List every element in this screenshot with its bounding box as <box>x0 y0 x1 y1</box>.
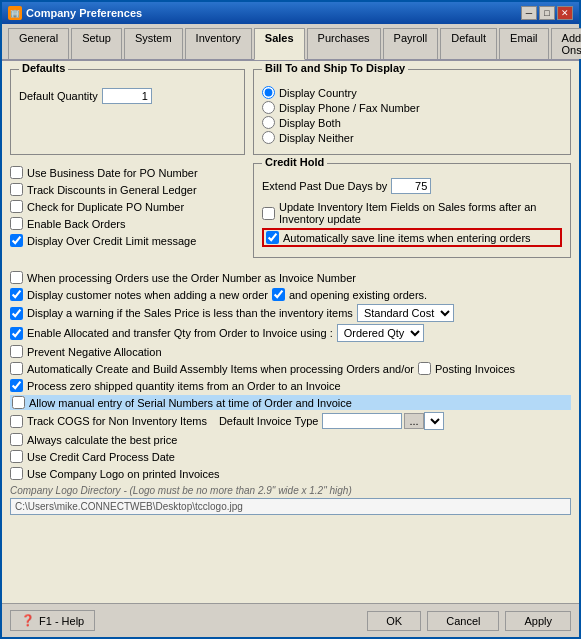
default-invoice-type-label: Default Invoice Type <box>219 415 318 427</box>
tab-inventory[interactable]: Inventory <box>185 28 252 59</box>
cb-credit-card-date-input[interactable] <box>10 450 23 463</box>
app-icon: 🏢 <box>8 6 22 20</box>
maximize-button[interactable]: □ <box>539 6 555 20</box>
cb-update-inventory: Update Inventory Item Fields on Sales fo… <box>262 200 562 226</box>
cb-process-zero-input[interactable] <box>10 379 23 392</box>
tab-general[interactable]: General <box>8 28 69 59</box>
default-invoice-type-input[interactable] <box>322 413 402 429</box>
cb-track-cogs-input[interactable] <box>10 415 23 428</box>
radio-display-both: Display Both <box>262 116 562 129</box>
cb-sales-price: Display a warning if the Sales Price is … <box>10 306 353 321</box>
cb-auto-save-input[interactable] <box>266 231 279 244</box>
tab-setup[interactable]: Setup <box>71 28 122 59</box>
cb-company-logo-input[interactable] <box>10 467 23 480</box>
ok-button[interactable]: OK <box>367 611 421 631</box>
main-content: Defaults Default Quantity Bill To and Sh… <box>2 61 579 603</box>
minimize-button[interactable]: ─ <box>521 6 537 20</box>
cb-business-date: Use Business Date for PO Number <box>10 165 245 180</box>
bill-ship-group: Bill To and Ship To Display Display Coun… <box>253 69 571 155</box>
close-button[interactable]: ✕ <box>557 6 573 20</box>
cb-allocated-row: Enable Allocated and transfer Qty from O… <box>10 324 571 342</box>
help-label: F1 - Help <box>39 615 84 627</box>
top-row: Defaults Default Quantity Bill To and Sh… <box>10 69 571 155</box>
cb-duplicate-po-input[interactable] <box>10 200 23 213</box>
cb-business-date-input[interactable] <box>10 166 23 179</box>
cb-prevent-neg-label: Prevent Negative Allocation <box>27 346 162 358</box>
tab-purchases[interactable]: Purchases <box>307 28 381 59</box>
default-qty-input[interactable] <box>102 88 152 104</box>
cb-best-price-input[interactable] <box>10 433 23 446</box>
cb-process-zero: Process zero shipped quantity items from… <box>10 378 571 393</box>
extend-label: Extend Past Due Days by <box>262 180 387 192</box>
cb-posting-invoices: Posting Invoices <box>418 362 515 375</box>
cb-auto-save-label: Automatically save line items when enter… <box>283 232 531 244</box>
tabs-bar: General Setup System Inventory Sales Pur… <box>2 24 579 61</box>
cb-credit-card-date-label: Use Credit Card Process Date <box>27 451 175 463</box>
cb-order-number-input[interactable] <box>10 271 23 284</box>
cb-posting-invoices-input[interactable] <box>418 362 431 375</box>
cb-sales-price-row: Display a warning if the Sales Price is … <box>10 304 571 322</box>
radio-phone-label: Display Phone / Fax Number <box>279 102 420 114</box>
radio-display-phone: Display Phone / Fax Number <box>262 101 562 114</box>
cb-best-price: Always calculate the best price <box>10 432 571 447</box>
cb-company-logo-label: Use Company Logo on printed Invoices <box>27 468 220 480</box>
bill-ship-radio-group: Display Country Display Phone / Fax Numb… <box>262 86 562 144</box>
radio-phone-input[interactable] <box>262 101 275 114</box>
radio-display-country: Display Country <box>262 86 562 99</box>
title-controls: ─ □ ✕ <box>521 6 573 20</box>
tab-system[interactable]: System <box>124 28 183 59</box>
browse-button[interactable]: ... <box>404 413 423 429</box>
help-button[interactable]: ❓ F1 - Help <box>10 610 95 631</box>
cb-opening-orders-input[interactable] <box>272 288 285 301</box>
ordered-qty-dropdown[interactable]: Ordered Qty Shipped Qty <box>337 324 424 342</box>
cb-opening-orders-label: and opening existing orders. <box>289 289 427 301</box>
bill-ship-title: Bill To and Ship To Display <box>262 62 408 74</box>
title-bar-left: 🏢 Company Preferences <box>8 6 142 20</box>
logo-path-input[interactable] <box>10 498 571 515</box>
cb-order-number: When processing Orders use the Order Num… <box>10 270 571 285</box>
tab-payroll[interactable]: Payroll <box>383 28 439 59</box>
cb-allocated-input[interactable] <box>10 327 23 340</box>
apply-button[interactable]: Apply <box>505 611 571 631</box>
cb-credit-limit-input[interactable] <box>10 234 23 247</box>
radio-both-label: Display Both <box>279 117 341 129</box>
tab-addons[interactable]: Add-Ons <box>551 28 581 59</box>
cb-track-discounts-label: Track Discounts in General Ledger <box>27 184 197 196</box>
credit-hold-area: Use Business Date for PO Number Track Di… <box>10 163 571 264</box>
invoice-type-dropdown[interactable]: ▼ <box>424 412 444 430</box>
standard-cost-dropdown[interactable]: Standard Cost Average Cost Last Cost <box>357 304 454 322</box>
cb-customer-notes-input[interactable] <box>10 288 23 301</box>
extend-input[interactable] <box>391 178 431 194</box>
radio-display-neither: Display Neither <box>262 131 562 144</box>
cb-sales-price-label: Display a warning if the Sales Price is … <box>27 307 353 319</box>
cb-business-date-label: Use Business Date for PO Number <box>27 167 198 179</box>
cb-update-inventory-input[interactable] <box>262 207 275 220</box>
tab-default[interactable]: Default <box>440 28 497 59</box>
credit-hold-group: Credit Hold Extend Past Due Days by Upda… <box>253 163 571 258</box>
cb-duplicate-po: Check for Duplicate PO Number <box>10 199 245 214</box>
radio-neither-input[interactable] <box>262 131 275 144</box>
cb-serial-numbers-input[interactable] <box>12 396 25 409</box>
cb-credit-limit: Display Over Credit Limit message <box>10 233 245 248</box>
cb-duplicate-po-label: Check for Duplicate PO Number <box>27 201 184 213</box>
left-checkboxes: Use Business Date for PO Number Track Di… <box>10 163 245 264</box>
tab-email[interactable]: Email <box>499 28 549 59</box>
cb-prevent-neg-input[interactable] <box>10 345 23 358</box>
radio-country-input[interactable] <box>262 86 275 99</box>
window-title: Company Preferences <box>26 7 142 19</box>
cancel-button[interactable]: Cancel <box>427 611 499 631</box>
cb-back-orders-input[interactable] <box>10 217 23 230</box>
cb-credit-limit-label: Display Over Credit Limit message <box>27 235 196 247</box>
radio-both-input[interactable] <box>262 116 275 129</box>
cb-update-inventory-label: Update Inventory Item Fields on Sales fo… <box>279 201 562 225</box>
cb-sales-price-input[interactable] <box>10 307 23 320</box>
cb-order-number-label: When processing Orders use the Order Num… <box>27 272 356 284</box>
tab-sales[interactable]: Sales <box>254 28 305 60</box>
defaults-group: Defaults Default Quantity <box>10 69 245 155</box>
cb-track-discounts-input[interactable] <box>10 183 23 196</box>
cb-auto-create-input[interactable] <box>10 362 23 375</box>
cb-track-cogs-label: Track COGS for Non Inventory Items <box>27 415 207 427</box>
main-checkboxes: When processing Orders use the Order Num… <box>10 270 571 481</box>
extend-row: Extend Past Due Days by <box>262 178 562 194</box>
cb-process-zero-label: Process zero shipped quantity items from… <box>27 380 341 392</box>
